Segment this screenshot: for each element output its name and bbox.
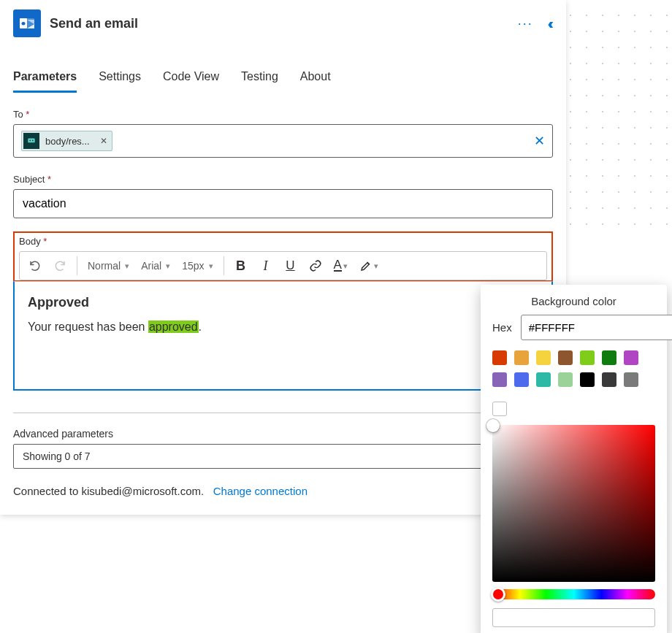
color-swatch[interactable] xyxy=(536,350,551,365)
panel-title: Send an email xyxy=(50,16,503,31)
font-size-value: 15px xyxy=(182,260,204,272)
chevron-down-icon: ▾ xyxy=(166,261,170,271)
color-swatch[interactable] xyxy=(492,372,507,387)
color-swatch[interactable] xyxy=(602,372,616,387)
format-value: Normal xyxy=(88,260,121,272)
color-popup-title: Background color xyxy=(492,295,655,307)
body-heading: Approved xyxy=(28,295,538,310)
svg-rect-2 xyxy=(22,22,26,26)
color-swatches xyxy=(492,350,655,416)
undo-button[interactable] xyxy=(24,255,46,277)
advanced-parameters-row: Showing 0 of 7 ▾ Show all xyxy=(13,444,553,469)
chevron-down-icon: ▾ xyxy=(343,261,348,271)
subject-input[interactable] xyxy=(13,189,553,218)
to-label-text: To xyxy=(13,109,23,120)
body-label-text: Body xyxy=(19,236,41,247)
color-swatch[interactable] xyxy=(624,372,638,387)
token-label: body/res... xyxy=(45,136,90,147)
canvas-background-dots xyxy=(555,0,672,234)
body-text-suffix: . xyxy=(199,321,202,333)
connection-info: Connected to kisubedi@microsoft.com. Cha… xyxy=(13,485,553,497)
panel-header: Send an email ··· ‹‹ xyxy=(13,7,553,39)
font-value: Arial xyxy=(141,260,161,272)
tab-bar: Parameters Settings Code View Testing Ab… xyxy=(13,66,553,93)
hex-label: Hex xyxy=(492,321,512,334)
field-body-highlighted-box: Body * Normal ▾ Arial ▾ 15px ▾ xyxy=(13,231,553,282)
field-subject: Subject * xyxy=(13,174,553,218)
field-to: To * body/res... ✕ ✕ xyxy=(13,109,553,158)
chat-bot-icon xyxy=(23,133,39,149)
format-select[interactable]: Normal ▾ xyxy=(83,260,134,272)
tab-parameters[interactable]: Parameters xyxy=(13,66,77,93)
font-select[interactable]: Arial ▾ xyxy=(137,260,175,272)
connection-email: kisubedi@microsoft.com. xyxy=(81,485,204,497)
subject-label: Subject * xyxy=(13,174,553,185)
link-button[interactable] xyxy=(305,255,327,277)
change-connection-link[interactable]: Change connection xyxy=(213,485,308,497)
dynamic-content-token[interactable]: body/res... ✕ xyxy=(21,131,112,151)
highlighted-text: approved xyxy=(148,321,199,333)
tab-testing[interactable]: Testing xyxy=(241,66,278,93)
tab-about[interactable]: About xyxy=(300,66,331,93)
tab-code-view[interactable]: Code View xyxy=(163,66,219,93)
background-color-popup: Background color Hex xyxy=(481,285,667,633)
to-label: To * xyxy=(13,109,553,120)
hue-slider[interactable] xyxy=(492,589,655,599)
body-text-prefix: Your request has been xyxy=(28,321,148,333)
advanced-parameters-label: Advanced parameters xyxy=(13,428,553,440)
saturation-lightness-picker[interactable] xyxy=(492,425,655,582)
gradient-thumb[interactable] xyxy=(486,419,500,432)
chevron-down-icon: ▾ xyxy=(374,261,378,271)
body-label: Body * xyxy=(19,236,547,247)
color-swatch[interactable] xyxy=(492,350,507,365)
italic-button[interactable]: I xyxy=(255,255,277,277)
hue-thumb[interactable] xyxy=(491,587,505,602)
color-swatch[interactable] xyxy=(514,350,529,365)
subject-label-text: Subject xyxy=(13,174,45,185)
advanced-parameters-select[interactable]: Showing 0 of 7 ▾ xyxy=(13,444,500,469)
color-swatch[interactable] xyxy=(514,372,529,387)
to-input[interactable]: body/res... ✕ ✕ xyxy=(13,124,553,158)
connection-prefix: Connected to xyxy=(13,485,81,497)
rich-text-toolbar: Normal ▾ Arial ▾ 15px ▾ B I U A ▾ xyxy=(19,251,547,280)
svg-rect-3 xyxy=(28,139,34,143)
color-swatch[interactable] xyxy=(558,350,573,365)
clear-input-button[interactable]: ✕ xyxy=(534,133,545,149)
required-asterisk: * xyxy=(26,109,29,120)
color-swatch[interactable] xyxy=(580,372,595,387)
underline-button[interactable]: U xyxy=(280,255,302,277)
font-size-select[interactable]: 15px ▾ xyxy=(177,260,217,272)
body-editor[interactable]: Approved Your request has been approved. xyxy=(13,281,553,391)
toolbar-separator xyxy=(224,256,224,275)
chevron-down-icon: ▾ xyxy=(125,261,129,271)
more-options-button[interactable]: ··· xyxy=(512,13,539,34)
required-asterisk: * xyxy=(43,236,47,247)
bold-button[interactable]: B xyxy=(230,255,252,277)
hex-input-row: Hex xyxy=(492,315,655,340)
highlight-color-button[interactable]: ▾ xyxy=(355,259,383,272)
color-swatch[interactable] xyxy=(536,372,551,387)
outlook-icon xyxy=(13,9,41,37)
body-line: Your request has been approved. xyxy=(28,321,538,334)
color-swatch[interactable] xyxy=(492,402,507,416)
hex-input[interactable] xyxy=(521,315,672,340)
svg-point-4 xyxy=(29,140,31,142)
chevron-down-icon: ▾ xyxy=(209,261,213,271)
required-asterisk: * xyxy=(47,174,51,185)
redo-button[interactable] xyxy=(49,255,71,277)
alpha-or-preview-box[interactable] xyxy=(492,608,655,627)
svg-point-5 xyxy=(32,140,34,142)
section-divider xyxy=(13,413,553,413)
collapse-panel-button[interactable]: ‹‹ xyxy=(548,12,553,35)
color-swatch[interactable] xyxy=(558,372,573,387)
color-swatch[interactable] xyxy=(602,350,616,365)
toolbar-separator xyxy=(77,256,77,275)
color-swatch[interactable] xyxy=(624,350,638,365)
token-remove-button[interactable]: ✕ xyxy=(100,136,107,146)
tab-settings[interactable]: Settings xyxy=(99,66,141,93)
color-swatch[interactable] xyxy=(580,350,595,365)
font-color-button[interactable]: A ▾ xyxy=(329,260,352,272)
advanced-select-text: Showing 0 of 7 xyxy=(23,450,91,462)
